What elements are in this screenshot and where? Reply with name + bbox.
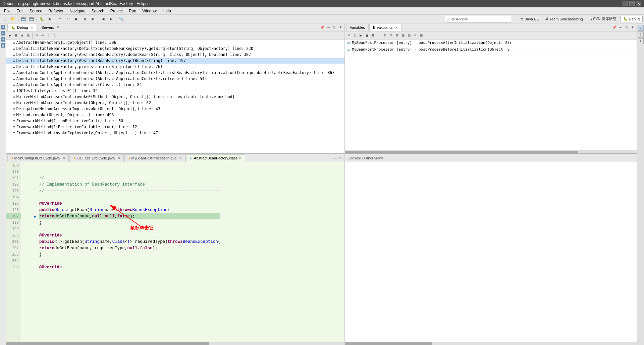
resume-btn[interactable]: ▶ bbox=[7, 33, 13, 38]
debug-tab-close[interactable]: ✕ bbox=[31, 26, 33, 29]
bp-disable-btn[interactable]: ◼ bbox=[364, 33, 370, 38]
stack-frame-3[interactable]: ≡DefaultListableBeanFactory(AbstractBean… bbox=[6, 58, 344, 64]
menu-refactor[interactable]: Refactor bbox=[46, 8, 66, 14]
tab-main-config[interactable]: J MainConfigOfLifeCycle.java ✕ bbox=[7, 154, 69, 162]
stack-frame-10[interactable]: ≡NativeMethodAccessorImpl.invoke(Object,… bbox=[6, 100, 344, 106]
terminate-btn[interactable]: ■ bbox=[19, 33, 25, 38]
sidebar-icon-1[interactable]: ⊞ bbox=[1, 25, 5, 29]
toolbar-step-over[interactable]: ↩ bbox=[65, 15, 72, 23]
stack-frame-1[interactable]: ≡DefaultListableBeanFactory(DefaultSingl… bbox=[6, 46, 344, 52]
toolbar-terminate[interactable]: ■ bbox=[89, 15, 96, 23]
tab-abstractbean[interactable]: C AbstractBeanFactory.class ✕ bbox=[186, 154, 245, 162]
stack-frame-15[interactable]: ≡FrameworkMethod.invokeExplosively(Objec… bbox=[6, 130, 344, 136]
tab-breakpoints[interactable]: Breakpoints ✕ bbox=[369, 24, 401, 31]
right-bottom-scrollbar-h[interactable] bbox=[345, 342, 637, 345]
bp-group-btn[interactable]: ⊞ bbox=[400, 33, 406, 38]
sidebar-icon-2[interactable]: ≡ bbox=[1, 31, 5, 36]
bp-collapse-btn[interactable]: ⊡ bbox=[407, 33, 412, 38]
stack-frame-9[interactable]: ≡NativeMethodAccessorImpl.invoke0(Method… bbox=[6, 94, 344, 100]
bp-expand-btn[interactable]: ↓ bbox=[376, 33, 382, 38]
bp-enable-btn[interactable]: ▶ bbox=[358, 33, 364, 38]
tab-servers[interactable]: Servers ✕ bbox=[38, 24, 63, 31]
menu-run[interactable]: Run bbox=[126, 8, 139, 14]
toolbar-new[interactable]: ⬜ bbox=[1, 15, 9, 23]
stack-frame-4[interactable]: ≡DefaultListableBeanFactory.preInstantia… bbox=[6, 64, 344, 70]
quick-access-box[interactable] bbox=[444, 16, 511, 22]
toolbar-next[interactable]: ▶ bbox=[107, 15, 115, 23]
tab-ioctest[interactable]: J IOCTest_LifeCycle.java ✕ bbox=[69, 154, 124, 162]
editor-minimize-btn[interactable]: — bbox=[332, 155, 338, 161]
suspend-btn[interactable]: ⏸ bbox=[13, 33, 19, 38]
toolbar-search[interactable]: 🔍 bbox=[118, 15, 125, 23]
vars-scrollbar-thumb[interactable] bbox=[345, 151, 578, 153]
bp-add-btn[interactable]: ⊞ bbox=[419, 33, 424, 38]
editor-maximize-btn[interactable]: □ bbox=[338, 155, 343, 161]
persp-debug-btn[interactable]: D bbox=[638, 25, 644, 31]
breakpoint-row-2[interactable]: ☑ MyBeanPostProcessor [entry] - postProc… bbox=[345, 46, 637, 53]
debug-pin-btn[interactable]: 📌 bbox=[320, 25, 325, 30]
stepover-btn[interactable]: ↩ bbox=[40, 33, 45, 38]
disconnect-btn[interactable]: ⊠ bbox=[25, 33, 31, 38]
toolbar-save[interactable]: 💾 bbox=[20, 15, 27, 23]
debug-minimize-btn[interactable]: — bbox=[326, 25, 331, 30]
stepreturn-btn[interactable]: ↑ bbox=[46, 33, 51, 38]
bp-check-2[interactable]: ☑ bbox=[347, 47, 350, 52]
stack-frame-2[interactable]: ≡DefaultListableBeanFactory(AbstractBean… bbox=[6, 52, 344, 58]
code-editor[interactable]: 1891901911921931941951961971981992002012… bbox=[6, 162, 344, 342]
debug-maximize-btn[interactable]: □ bbox=[332, 25, 337, 30]
vars-scrollbar-h[interactable] bbox=[345, 150, 637, 153]
persp-java-btn[interactable]: J bbox=[638, 31, 644, 38]
toolbar-run[interactable]: ▶ bbox=[46, 15, 54, 23]
bp-sort-btn[interactable]: ⇵ bbox=[394, 33, 400, 38]
perspective-tab-svn[interactable]: S SVN 资库研究 bbox=[587, 15, 620, 22]
bp-menu2-btn[interactable]: ≡ bbox=[413, 33, 418, 38]
vars-minimize-btn[interactable]: — bbox=[618, 25, 623, 30]
toolbar-save-all[interactable]: 💾 bbox=[28, 15, 35, 23]
stack-frame-6[interactable]: ≡AnnotationConfigApplicationContext(Abst… bbox=[6, 76, 344, 82]
vars-maximize-btn[interactable]: □ bbox=[624, 25, 629, 30]
bp-settings-btn[interactable]: ⚙ bbox=[382, 33, 388, 38]
stack-frame-8[interactable]: ≡IOCTest_LifeCycle.test01() line: 32 bbox=[6, 88, 344, 94]
menu-edit[interactable]: Edit bbox=[14, 8, 26, 14]
bp-remove-all-btn[interactable]: ⊘ bbox=[352, 33, 358, 38]
stack-frame-11[interactable]: ≡DelegatingMethodAccessorImpl.invoke(Obj… bbox=[6, 106, 344, 112]
bp-filter-btn[interactable]: = bbox=[388, 33, 394, 38]
bp-link-btn[interactable]: ⇅ bbox=[370, 33, 376, 38]
drop-to-frame-btn[interactable]: ⤵ bbox=[52, 33, 57, 38]
main-config-tab-close[interactable]: ✕ bbox=[62, 156, 65, 160]
bp-remove-btn[interactable]: ✕ bbox=[346, 33, 352, 38]
editor-scrollbar-thumb[interactable] bbox=[6, 342, 209, 345]
close-button[interactable]: ✕ bbox=[636, 1, 641, 6]
perspective-tab-debug[interactable]: 🐛 Debug bbox=[620, 16, 643, 22]
breakpoint-row-1[interactable]: ☑ MyBeanPostProcessor [entry] - postProc… bbox=[345, 40, 637, 46]
tab-mybeanpost[interactable]: J MyBeanPostProcessor.java ✕ bbox=[124, 154, 185, 162]
menu-project[interactable]: Project bbox=[108, 8, 125, 14]
toolbar-resume[interactable]: ▶ bbox=[73, 15, 80, 23]
mybeanpost-tab-close[interactable]: ✕ bbox=[179, 156, 182, 160]
perspective-tab-javaee[interactable]: ☕ Java EE bbox=[517, 16, 542, 22]
debug-view-menu-btn[interactable]: ▼ bbox=[338, 25, 343, 30]
toolbar-debug[interactable]: 🐛 bbox=[38, 15, 46, 23]
menu-help[interactable]: Help bbox=[160, 8, 174, 14]
toolbar-suspend[interactable]: ⏸ bbox=[81, 15, 88, 23]
menu-window[interactable]: Window bbox=[140, 8, 159, 14]
stack-frame-7[interactable]: ≡AnnotationConfigApplicationContext.(Cla… bbox=[6, 82, 344, 88]
stack-frame-12[interactable]: ≡Method.invoke(Object, Object...) line: … bbox=[6, 112, 344, 118]
stack-frame-5[interactable]: ≡AnnotationConfigApplicationContext(Abst… bbox=[6, 70, 344, 76]
right-bottom-scrollbar-thumb[interactable] bbox=[345, 342, 432, 345]
toolbar-step-into[interactable]: ↷ bbox=[57, 15, 64, 23]
stack-frame-13[interactable]: ≡FrameworkMethod$1.runReflectiveCall() l… bbox=[6, 118, 344, 124]
vars-menu-btn[interactable]: ▼ bbox=[630, 25, 635, 30]
ioctest-tab-close[interactable]: ✕ bbox=[117, 156, 120, 160]
servers-tab-close[interactable]: ✕ bbox=[57, 25, 59, 29]
minimize-button[interactable]: — bbox=[623, 1, 628, 6]
stepinto-btn[interactable]: ↷ bbox=[34, 33, 39, 38]
menu-source[interactable]: Source bbox=[27, 8, 45, 14]
editor-scrollbar-h[interactable] bbox=[6, 342, 344, 345]
persp-add-btn[interactable]: + bbox=[638, 38, 644, 44]
vars-pin-btn[interactable]: 📌 bbox=[612, 25, 617, 30]
stack-frame-14[interactable]: ≡FrameworkMethod$1(ReflectiveCallable).r… bbox=[6, 124, 344, 130]
menu-search[interactable]: Search bbox=[89, 8, 107, 14]
quick-access-input[interactable] bbox=[446, 17, 509, 21]
tab-debug[interactable]: 🐛 Debug ✕ bbox=[7, 24, 37, 31]
